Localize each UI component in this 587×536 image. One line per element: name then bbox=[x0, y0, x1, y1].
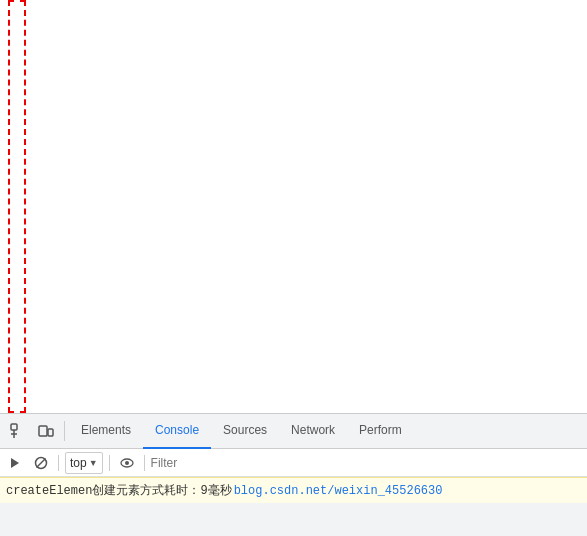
console-source-link[interactable]: blog.csdn.net/weixin_45526630 bbox=[234, 484, 443, 498]
svg-rect-0 bbox=[11, 424, 17, 430]
console-message: createElemen创建元素方式耗时：9毫秒blog.csdn.net/we… bbox=[6, 482, 442, 499]
console-toolbar: top ▼ bbox=[0, 449, 587, 477]
tab-network[interactable]: Network bbox=[279, 414, 347, 449]
filter-input[interactable] bbox=[151, 452, 583, 474]
run-script-icon[interactable] bbox=[4, 452, 26, 474]
tab-elements[interactable]: Elements bbox=[69, 414, 143, 449]
main-content-area bbox=[0, 0, 587, 415]
chevron-down-icon: ▼ bbox=[89, 458, 98, 468]
clear-console-icon[interactable] bbox=[30, 452, 52, 474]
toolbar-separator-1 bbox=[58, 455, 59, 471]
tab-separator bbox=[64, 421, 65, 441]
svg-point-9 bbox=[125, 461, 129, 465]
devtools-panel: Elements Console Sources Network Perform bbox=[0, 413, 587, 536]
svg-rect-4 bbox=[48, 429, 53, 436]
eye-icon[interactable] bbox=[116, 452, 138, 474]
red-dashed-border bbox=[8, 0, 26, 413]
tab-sources[interactable]: Sources bbox=[211, 414, 279, 449]
svg-line-7 bbox=[37, 458, 46, 467]
console-output-row: createElemen创建元素方式耗时：9毫秒blog.csdn.net/we… bbox=[0, 477, 587, 503]
svg-rect-3 bbox=[39, 426, 47, 436]
context-selector[interactable]: top ▼ bbox=[65, 452, 103, 474]
devtools-tabs-bar: Elements Console Sources Network Perform bbox=[0, 414, 587, 449]
svg-marker-5 bbox=[11, 458, 19, 468]
toolbar-separator-2 bbox=[109, 455, 110, 471]
context-select-value: top bbox=[70, 456, 87, 470]
tab-console[interactable]: Console bbox=[143, 414, 211, 449]
toolbar-separator-3 bbox=[144, 455, 145, 471]
inspect-element-icon[interactable] bbox=[4, 417, 32, 445]
device-toggle-icon[interactable] bbox=[32, 417, 60, 445]
tab-performance[interactable]: Perform bbox=[347, 414, 414, 449]
